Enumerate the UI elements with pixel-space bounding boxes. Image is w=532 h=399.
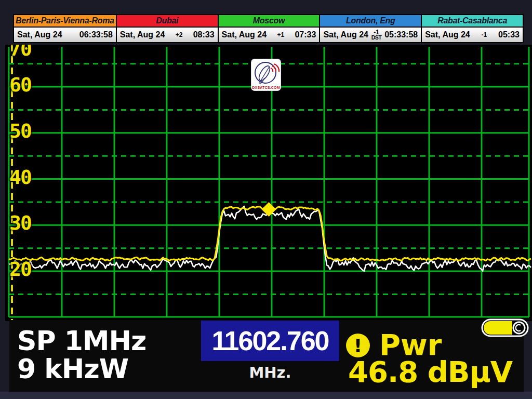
y-axis-tick-label: 70 <box>9 45 31 64</box>
clock-date: Sat, Aug 24 <box>222 30 267 39</box>
readout-panel: SP 1MHz 9 kHzW 11602.760 MHz. ! Pwr 46.8… <box>9 320 524 392</box>
live_trace <box>9 206 531 271</box>
clock-time: 07:33 <box>295 30 316 39</box>
tab-berlin-paris-vienna-roma[interactable]: Berlin-Paris-Vienna-Roma <box>14 15 116 28</box>
clock-time: 08:33 <box>193 30 215 39</box>
tab-dubai[interactable]: Dubai <box>117 15 218 28</box>
y-axis-tick-label: 30 <box>9 211 31 238</box>
clock-date: Sat, Aug 24 <box>425 30 470 39</box>
clock-cell-london: London, Eng Sat, Aug 24 -1 DST 05:33:58 <box>319 15 421 42</box>
y-axis-tick-label: 60 <box>9 73 31 100</box>
logo-text: DXSATCS.COM <box>251 86 281 89</box>
clock-time: 06:33:58 <box>79 30 113 39</box>
utc-offset-dst: -1 DST <box>371 30 382 40</box>
clock-date: Sat, Aug 24 <box>120 30 165 39</box>
utc-offset: +2 <box>176 32 183 37</box>
clock-time: 05:33 <box>498 30 520 39</box>
clock-date: Sat, Aug 24 <box>323 30 368 39</box>
clock-time-berlin: Sat, Aug 24 06:33:58 <box>14 28 116 42</box>
dxsatcs-logo: DXSATCS.COM <box>251 59 281 90</box>
frequency-unit-label: MHz. <box>201 364 339 381</box>
bottom-strip <box>0 392 532 399</box>
y-axis-tick-label: 20 <box>9 258 31 285</box>
frequency-display[interactable]: 11602.760 <box>201 321 339 361</box>
power-value: 46.8 dBµV <box>348 357 512 387</box>
tab-rabat-casablanca[interactable]: Rabat-Casablanca <box>422 15 523 28</box>
clock-time-rabat: Sat, Aug 24 -1 05:33 <box>422 28 523 42</box>
clock-time-london: Sat, Aug 24 -1 DST 05:33:58 <box>320 28 421 42</box>
clock-date: Sat, Aug 24 <box>17 30 62 39</box>
utc-offset: +1 <box>277 32 284 37</box>
clock-cell-rabat: Rabat-Casablanca Sat, Aug 24 -1 05:33 <box>421 15 523 42</box>
span-readout: SP 1MHz <box>17 327 146 354</box>
clock-time-moscow: Sat, Aug 24 +1 07:33 <box>219 28 320 42</box>
clock-cell-dubai: Dubai Sat, Aug 24 +2 08:33 <box>116 15 218 42</box>
clock-time-dubai: Sat, Aug 24 +2 08:33 <box>117 28 218 42</box>
clock-time: 05:33:58 <box>384 30 418 39</box>
tab-moscow[interactable]: Moscow <box>219 15 320 28</box>
clock-cell-berlin: Berlin-Paris-Vienna-Roma Sat, Aug 24 06:… <box>14 15 116 42</box>
alert-icon: ! <box>346 334 370 357</box>
world-clock-bar: Berlin-Paris-Vienna-Roma Sat, Aug 24 06:… <box>13 14 524 43</box>
battery-toggle[interactable] <box>481 318 529 337</box>
spectrum-analyzer-screen: Berlin-Paris-Vienna-Roma Sat, Aug 24 06:… <box>0 0 532 399</box>
y-axis-tick-label: 40 <box>9 166 31 193</box>
utc-offset: -1 <box>482 32 487 37</box>
battery-icon <box>481 318 529 337</box>
y-axis-tick-label: 50 <box>9 119 31 147</box>
tab-london[interactable]: London, Eng <box>320 15 421 28</box>
bandwidth-readout: 9 kHzW <box>17 355 128 382</box>
clock-cell-moscow: Moscow Sat, Aug 24 +1 07:33 <box>218 15 320 42</box>
